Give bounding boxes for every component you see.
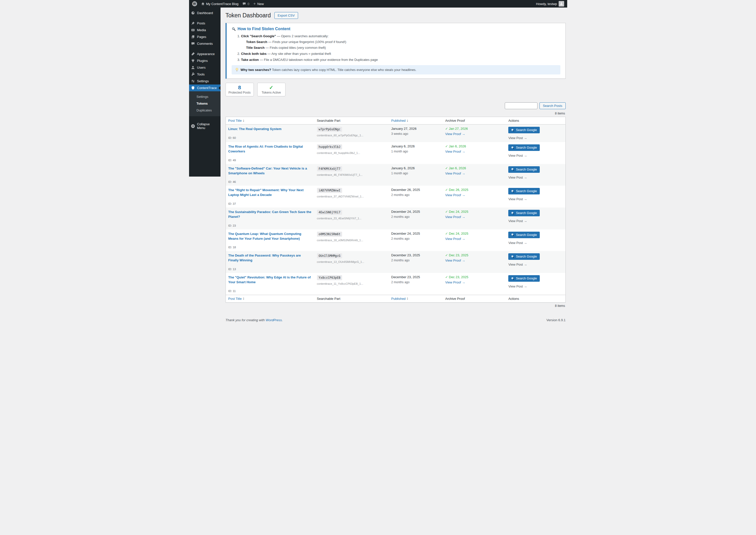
sidebar-item-settings[interactable]: Settings (189, 78, 221, 85)
submenu-item-settings[interactable]: Settings (189, 93, 221, 100)
post-title-link[interactable]: The Quantum Leap: What Quantum Computing… (228, 232, 312, 241)
search-posts-input[interactable] (505, 102, 537, 109)
search-google-button[interactable]: Search Google (508, 144, 539, 151)
sidebar-item-pages[interactable]: Pages (189, 34, 221, 40)
column-post-title[interactable]: Post Title▲▼ (226, 117, 315, 124)
admin-sidebar: Dashboard Posts Media Pages Comments App… (189, 8, 221, 177)
column-published[interactable]: Published▲▼ (389, 117, 442, 124)
plus-icon: + (254, 2, 256, 6)
token-slug: contenttrace_46_F4FKMtXxUjT7_1... (317, 173, 363, 176)
checkmark-icon: ✓ (269, 85, 273, 90)
post-id: ID: 23 (228, 224, 236, 227)
new-content-button[interactable]: + New (254, 2, 264, 6)
collapse-menu-label: Collapse Menu (197, 122, 219, 130)
view-post-link[interactable]: View Post → (508, 176, 527, 179)
archive-proof-date: ✓ Jan 6, 2026 (445, 166, 466, 170)
collapse-menu-button[interactable]: ◀ Collapse Menu (189, 121, 221, 131)
view-proof-link[interactable]: View Proof → (445, 237, 465, 241)
view-post-link[interactable]: View Post → (508, 197, 527, 201)
view-proof-link[interactable]: View Proof → (445, 215, 465, 219)
submenu-item-tokens[interactable]: Tokens (189, 100, 221, 107)
table-row: The Quantum Leap: What Quantum Computing… (226, 229, 565, 251)
view-proof-link[interactable]: View Proof → (445, 172, 465, 175)
token-code: OUnIlSMHMgcG (317, 253, 342, 258)
howdy-account-link[interactable]: Howdy, testwp (536, 1, 564, 7)
view-proof-link[interactable]: View Proof → (445, 259, 465, 262)
sidebar-item-appearance[interactable]: Appearance (189, 50, 221, 57)
howto-heading-text: How to Find Stolen Content (238, 27, 290, 31)
view-post-link[interactable]: View Post → (508, 219, 527, 223)
view-proof-link[interactable]: View Proof → (445, 193, 465, 197)
post-title-link[interactable]: The "Right to Repair" Movement: Why Your… (228, 188, 312, 197)
view-post-link[interactable]: View Post → (508, 263, 527, 267)
archive-proof-cell: ✓ Dec 23, 2025 View Proof → (442, 273, 506, 295)
view-proof-link[interactable]: View Proof → (445, 132, 465, 136)
column-actions: Actions (506, 117, 565, 124)
new-label: New (257, 2, 264, 6)
admin-bar-comments[interactable]: 0 (242, 2, 249, 6)
table-row: The Sustainability Paradox: Can Green Te… (226, 208, 565, 229)
comments-count: 0 (248, 2, 249, 6)
archive-proof-date: ✓ Dec 23, 2025 (445, 275, 468, 279)
published-cell: December 23, 2025 2 months ago (389, 273, 442, 295)
archive-proof-cell: ✓ Dec 24, 2025 View Proof → (442, 229, 506, 251)
post-title-link[interactable]: The "Quiet" Revolution: Why Edge AI is t… (228, 275, 312, 285)
post-title-cell: The "Software-Defined" Car: Your Next Ve… (226, 164, 315, 186)
token-slug: contenttrace_23_4EwiSN6jYXi7_1... (317, 217, 361, 220)
post-title-cell: The "Right to Repair" Movement: Why Your… (226, 185, 315, 208)
search-icon (511, 128, 514, 132)
column-published[interactable]: Published▲▼ (389, 295, 442, 302)
wordpress-link[interactable]: WordPress (266, 318, 282, 322)
sidebar-item-dashboard[interactable]: Dashboard (189, 10, 221, 16)
sidebar-item-posts[interactable]: Posts (189, 20, 221, 27)
search-google-button[interactable]: Search Google (508, 232, 539, 238)
search-google-button[interactable]: Search Google (508, 188, 539, 194)
sidebar-item-tools[interactable]: Tools (189, 71, 221, 78)
sidebar-item-plugins[interactable]: Plugins (189, 57, 221, 64)
dashboard-icon (191, 11, 195, 15)
search-posts-button[interactable]: Search Posts (539, 102, 565, 109)
search-google-button[interactable]: Search Google (508, 127, 539, 133)
site-name-link[interactable]: My ContentTrace Blog (201, 2, 239, 6)
export-csv-button[interactable]: Export CSV (274, 12, 298, 19)
sort-arrows-icon: ▲▼ (243, 119, 244, 122)
sidebar-item-comments[interactable]: Comments (189, 40, 221, 47)
post-title-link[interactable]: The "Software-Defined" Car: Your Next Ve… (228, 166, 312, 176)
post-title-link[interactable]: The Sustainability Paradox: Can Green Te… (228, 210, 312, 219)
archive-proof-cell: ✓ Jan 6, 2026 View Proof → (442, 142, 506, 164)
magnifier-icon (231, 27, 236, 31)
search-icon (511, 277, 514, 280)
published-cell: December 24, 2025 2 months ago (389, 229, 442, 251)
post-title-link[interactable]: The Rise of Agentic AI: From Chatbots to… (228, 144, 312, 154)
table-row: The Rise of Agentic AI: From Chatbots to… (226, 142, 565, 164)
view-proof-link[interactable]: View Proof → (445, 280, 465, 284)
post-title-cell: The "Quiet" Revolution: Why Edge AI is t… (226, 273, 315, 295)
view-post-link[interactable]: View Post → (508, 154, 527, 157)
search-google-button[interactable]: Search Google (508, 210, 539, 216)
howto-step-3: Take action — File a DMCA/EU takedown no… (241, 58, 560, 62)
post-id: ID: 37 (228, 202, 236, 205)
published-date: December 23, 2025 (391, 275, 420, 279)
view-proof-link[interactable]: View Proof → (445, 150, 465, 154)
published-date: January 6, 2026 (391, 144, 415, 148)
search-google-button[interactable]: Search Google (508, 253, 539, 260)
column-post-title[interactable]: Post Title▲▼ (226, 295, 315, 302)
archive-proof-date: ✓ Dec 24, 2025 (445, 232, 468, 236)
archive-proof-cell: ✓ Dec 23, 2025 View Proof → (442, 251, 506, 273)
sidebar-item-media[interactable]: Media (189, 27, 221, 34)
view-post-link[interactable]: View Post → (508, 241, 527, 245)
token-slug: contenttrace_18_o0MS3Ni5Rm6t_1... (317, 239, 363, 242)
actions-cell: Search Google View Post → (506, 125, 565, 142)
sidebar-item-contenttrace[interactable]: ContentTrace (189, 85, 221, 91)
view-post-link[interactable]: View Post → (508, 136, 527, 140)
view-post-link[interactable]: View Post → (508, 285, 527, 288)
search-google-button[interactable]: Search Google (508, 275, 539, 282)
post-title-link[interactable]: Linux: The Real Operating System (228, 127, 282, 131)
wordpress-logo-icon[interactable]: W (192, 1, 197, 6)
sidebar-item-users[interactable]: Users (189, 64, 221, 71)
post-title-link[interactable]: The Death of the Password: Why Passkeys … (228, 253, 312, 263)
search-google-button[interactable]: Search Google (508, 166, 539, 173)
published-cell: December 23, 2025 2 months ago (389, 251, 442, 273)
submenu-item-duplicates[interactable]: Duplicates (189, 107, 221, 114)
published-ago: 2 months ago (391, 237, 409, 240)
